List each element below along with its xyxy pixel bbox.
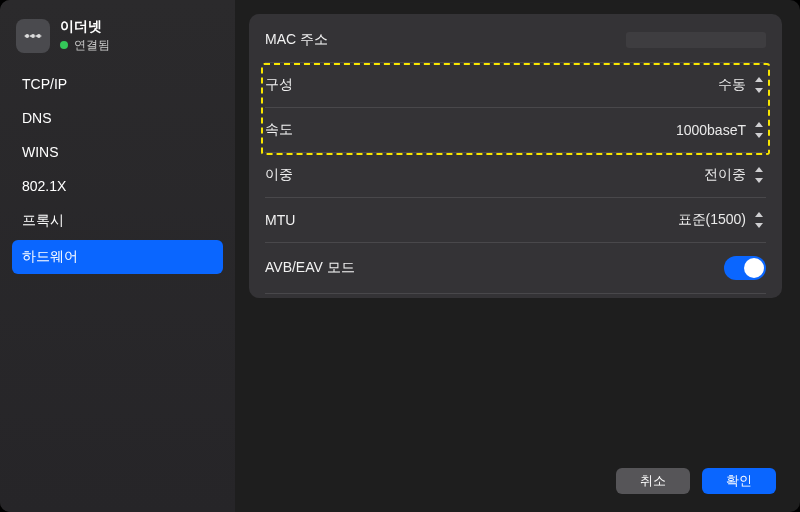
- row-mac: MAC 주소: [265, 18, 766, 63]
- row-duplex[interactable]: 이중 전이중: [265, 153, 766, 198]
- speed-value: 1000baseT: [676, 122, 746, 138]
- connection-status-text: 연결됨: [74, 37, 110, 54]
- mac-address-redacted: [626, 32, 766, 48]
- mtu-label: MTU: [265, 212, 295, 228]
- mac-label: MAC 주소: [265, 31, 328, 49]
- mac-value: [626, 32, 766, 48]
- avb-label: AVB/EAV 모드: [265, 259, 355, 277]
- status-dot-icon: [60, 41, 68, 49]
- sidebar-item-tcpip[interactable]: TCP/IP: [12, 68, 223, 100]
- config-label: 구성: [265, 76, 293, 94]
- mtu-value: 표준(1500): [678, 211, 746, 229]
- row-mtu[interactable]: MTU 표준(1500): [265, 198, 766, 243]
- updown-icon: [752, 77, 766, 93]
- connection-name: 이더넷: [60, 18, 110, 35]
- connection-status: 연결됨: [60, 37, 110, 54]
- network-advanced-window: 이더넷 연결됨 TCP/IP DNS WINS 802.1X 프록시 하드웨어 …: [0, 0, 800, 512]
- sidebar-item-hardware[interactable]: 하드웨어: [12, 240, 223, 274]
- svg-point-1: [32, 35, 34, 37]
- sidebar: 이더넷 연결됨 TCP/IP DNS WINS 802.1X 프록시 하드웨어: [0, 0, 235, 512]
- sidebar-item-proxy[interactable]: 프록시: [12, 204, 223, 238]
- avb-toggle[interactable]: [724, 256, 766, 280]
- cancel-button[interactable]: 취소: [616, 468, 690, 494]
- duplex-label: 이중: [265, 166, 293, 184]
- connection-title-block: 이더넷 연결됨: [60, 18, 110, 54]
- connection-header: 이더넷 연결됨: [12, 18, 223, 54]
- row-avb: AVB/EAV 모드: [265, 243, 766, 294]
- row-speed[interactable]: 속도 1000baseT: [265, 108, 766, 153]
- sidebar-item-8021x[interactable]: 802.1X: [12, 170, 223, 202]
- updown-icon: [752, 122, 766, 138]
- updown-icon: [752, 212, 766, 228]
- ok-button[interactable]: 확인: [702, 468, 776, 494]
- duplex-value: 전이중: [704, 166, 746, 184]
- hardware-card: MAC 주소 구성 수동 속도 1000baseT 이중: [249, 14, 782, 298]
- sidebar-item-wins[interactable]: WINS: [12, 136, 223, 168]
- ethernet-icon: [16, 19, 50, 53]
- main-panel: MAC 주소 구성 수동 속도 1000baseT 이중: [235, 0, 800, 512]
- svg-point-2: [38, 35, 40, 37]
- row-config[interactable]: 구성 수동: [265, 63, 766, 108]
- updown-icon: [752, 167, 766, 183]
- speed-label: 속도: [265, 121, 293, 139]
- config-value: 수동: [718, 76, 746, 94]
- footer-buttons: 취소 확인: [616, 468, 776, 494]
- toggle-knob: [744, 258, 764, 278]
- sidebar-item-dns[interactable]: DNS: [12, 102, 223, 134]
